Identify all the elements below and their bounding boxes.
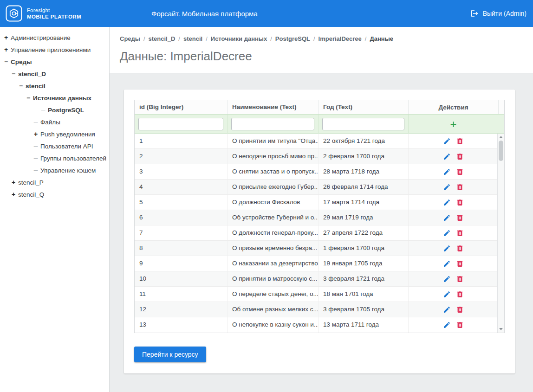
filter-id-input[interactable] <box>138 118 223 130</box>
collapse-icon[interactable]: − <box>25 94 32 102</box>
filter-name-input[interactable] <box>231 118 314 130</box>
breadcrumb-item-imperialdecree[interactable]: ImperialDecree <box>318 35 370 42</box>
delete-icon[interactable] <box>456 229 464 237</box>
table-row: 8 О призыве временно безра... 1 февраля … <box>135 241 504 256</box>
edit-icon[interactable] <box>443 153 451 161</box>
brand: Foresight MOBILE PLATFORM <box>0 5 81 22</box>
sidebar-item-push-notifications[interactable]: + Push уведомления <box>0 128 109 140</box>
edit-icon[interactable] <box>443 275 451 283</box>
sidebar-item-data-sources[interactable]: − Источники данных <box>0 92 109 104</box>
expand-icon[interactable]: + <box>3 34 9 41</box>
sidebar-item-stencil-d[interactable]: − stencil_D <box>0 68 109 80</box>
tree-connector: ─ <box>32 167 39 174</box>
logout-button[interactable]: Выйти (Admin) <box>470 0 526 27</box>
table-row: 5 О должности Фискалов 17 марта 1714 год… <box>135 195 504 210</box>
table-row: 11 О переделе старых денег, о... 18 мая … <box>135 287 504 302</box>
sidebar-item-files[interactable]: ─ Файлы <box>0 116 109 128</box>
content-area: id (Big Integer) Наименование (Text) Год… <box>110 73 533 373</box>
delete-icon[interactable] <box>456 214 464 222</box>
cell-id: 5 <box>135 195 228 210</box>
collapse-icon[interactable]: − <box>18 82 24 90</box>
sidebar-item-stencil[interactable]: − stencil <box>0 80 109 92</box>
edit-icon[interactable] <box>443 260 451 268</box>
delete-icon[interactable] <box>456 168 464 176</box>
expand-icon[interactable]: + <box>10 179 17 186</box>
delete-icon[interactable] <box>456 183 464 191</box>
table-scrollbar[interactable] <box>497 134 504 333</box>
tree-connector: ─ <box>40 107 46 113</box>
expand-icon[interactable]: + <box>10 191 17 198</box>
sidebar-item-cache-management[interactable]: ─ Управление кэшем <box>0 164 109 176</box>
cell-name: О переделе старых денег, о... <box>228 287 318 302</box>
edit-icon[interactable] <box>443 229 451 237</box>
cell-id: 9 <box>135 256 228 271</box>
filter-year-input[interactable] <box>322 118 404 130</box>
collapse-icon[interactable]: − <box>10 70 17 77</box>
sidebar-item-administration[interactable]: + Администрирование <box>0 32 109 44</box>
sidebar-item-postgresql[interactable]: ─ PostgreSQL <box>0 104 109 116</box>
edit-icon[interactable] <box>443 321 451 329</box>
goto-resource-button[interactable]: Перейти к ресурсу <box>134 347 206 362</box>
delete-icon[interactable] <box>456 321 464 329</box>
column-header-name: Наименование (Text) <box>228 100 318 114</box>
data-table: id (Big Integer) Наименование (Text) Год… <box>134 100 505 333</box>
edit-icon[interactable] <box>443 306 451 314</box>
delete-icon[interactable] <box>456 260 464 268</box>
add-row-button[interactable]: + <box>450 119 456 130</box>
table-row: 1 О принятии им титула "Отца... 22 октяб… <box>135 134 504 149</box>
breadcrumb-item-postgresql[interactable]: PostgreSQL <box>275 35 318 42</box>
filter-cell-id <box>135 115 228 134</box>
scroll-down-icon[interactable] <box>499 328 503 330</box>
sidebar-item-stencil-q[interactable]: + stencil_Q <box>0 188 109 200</box>
edit-icon[interactable] <box>443 183 451 191</box>
sidebar-item-api-users[interactable]: ─ Пользователи API <box>0 140 109 152</box>
page-title: Данные: ImperialDecree <box>120 49 520 64</box>
tree-connector: ─ <box>32 143 39 149</box>
edit-icon[interactable] <box>443 290 451 298</box>
table-body-wrap: 1 О принятии им титула "Отца... 22 октяб… <box>135 134 504 333</box>
top-bar: Foresight MOBILE PLATFORM Форсайт. Мобил… <box>0 0 533 27</box>
sidebar-item-user-groups[interactable]: ─ Группы пользователей <box>0 152 109 164</box>
table-header: id (Big Integer) Наименование (Text) Год… <box>135 100 504 114</box>
breadcrumb-item-data-sources[interactable]: Источники данных <box>211 35 275 42</box>
table-row: 9 О наказании за дезертирство 19 января … <box>135 256 504 271</box>
cell-name: О непокупке в казну сукон и... <box>228 317 318 333</box>
sidebar-item-stencil-p[interactable]: + stencil_P <box>0 176 109 188</box>
edit-icon[interactable] <box>443 244 451 252</box>
breadcrumb-item-stencil-d[interactable]: stencil_D <box>149 35 183 42</box>
cell-name: Об устройстве Губерний и о... <box>228 210 318 225</box>
cell-name: О принятии им титула "Отца... <box>228 134 318 148</box>
edit-icon[interactable] <box>443 168 451 176</box>
edit-icon[interactable] <box>443 214 451 222</box>
expand-icon[interactable]: + <box>32 130 39 138</box>
sidebar-item-environments[interactable]: − Среды <box>0 56 109 68</box>
scroll-up-icon[interactable] <box>499 136 503 138</box>
scroll-thumb[interactable] <box>499 141 503 161</box>
breadcrumb-item-environments[interactable]: Среды <box>120 35 149 42</box>
delete-icon[interactable] <box>456 306 464 314</box>
breadcrumb: Средыstencil_DstencilИсточники данныхPos… <box>120 35 520 42</box>
edit-icon[interactable] <box>443 199 451 206</box>
cell-actions <box>409 225 498 240</box>
cell-year: 28 марта 1718 года <box>318 164 409 179</box>
delete-icon[interactable] <box>456 199 464 206</box>
edit-icon[interactable] <box>443 137 451 145</box>
cell-name: О принятии в матросскую с... <box>228 271 318 286</box>
collapse-icon[interactable]: − <box>3 58 9 65</box>
delete-icon[interactable] <box>456 275 464 283</box>
expand-icon[interactable]: + <box>3 46 9 53</box>
table-row: 3 О снятии застав и о пропуск... 28 март… <box>135 164 504 180</box>
table-row: 7 О должности генерал-проку... 27 апреля… <box>135 225 504 241</box>
delete-icon[interactable] <box>456 153 464 161</box>
breadcrumb-item-stencil[interactable]: stencil <box>183 35 211 42</box>
cell-name: О присылке ежегодно Губер... <box>228 180 318 194</box>
delete-icon[interactable] <box>456 244 464 252</box>
delete-icon[interactable] <box>456 290 464 298</box>
delete-icon[interactable] <box>456 137 464 145</box>
cell-year: 2 февраля 1700 года <box>318 149 409 164</box>
column-header-id: id (Big Integer) <box>135 100 228 114</box>
cell-actions <box>409 287 498 302</box>
cell-actions <box>409 195 498 210</box>
sidebar-item-app-management[interactable]: + Управление приложениями <box>0 44 109 56</box>
table-row: 4 О присылке ежегодно Губер... 26 феврал… <box>135 180 504 195</box>
